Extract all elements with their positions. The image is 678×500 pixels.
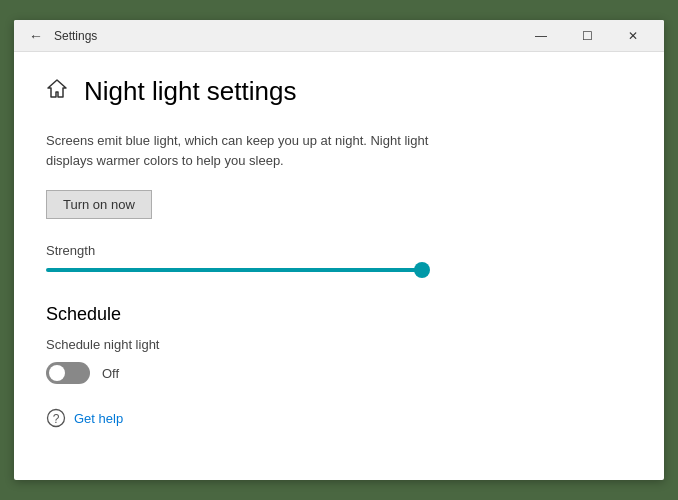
title-bar: ← Settings — ☐ ✕ xyxy=(14,20,664,52)
toggle-status-label: Off xyxy=(102,366,119,381)
schedule-night-light-label: Schedule night light xyxy=(46,337,632,352)
minimize-button[interactable]: — xyxy=(518,20,564,52)
close-button[interactable]: ✕ xyxy=(610,20,656,52)
strength-slider-track[interactable] xyxy=(46,268,426,272)
get-help-row: ? Get help xyxy=(46,408,632,428)
turn-on-now-button[interactable]: Turn on now xyxy=(46,190,152,219)
svg-text:?: ? xyxy=(53,412,60,426)
window-controls: — ☐ ✕ xyxy=(518,20,656,52)
strength-slider-thumb[interactable] xyxy=(414,262,430,278)
toggle-knob xyxy=(49,365,65,381)
settings-window: ← Settings — ☐ ✕ Night light settings Sc… xyxy=(14,20,664,480)
maximize-button[interactable]: ☐ xyxy=(564,20,610,52)
get-help-link[interactable]: Get help xyxy=(74,411,123,426)
schedule-toggle[interactable] xyxy=(46,362,90,384)
back-button[interactable]: ← xyxy=(22,22,50,50)
page-header: Night light settings xyxy=(46,76,632,107)
home-icon xyxy=(46,78,68,106)
window-title: Settings xyxy=(54,29,518,43)
strength-section: Strength xyxy=(46,243,632,272)
toggle-row: Off xyxy=(46,362,632,384)
schedule-heading: Schedule xyxy=(46,304,632,325)
page-title: Night light settings xyxy=(84,76,296,107)
help-icon: ? xyxy=(46,408,66,428)
page-description: Screens emit blue light, which can keep … xyxy=(46,131,466,170)
content-area: Night light settings Screens emit blue l… xyxy=(14,52,664,480)
schedule-section: Schedule Schedule night light Off xyxy=(46,304,632,384)
strength-label: Strength xyxy=(46,243,632,258)
